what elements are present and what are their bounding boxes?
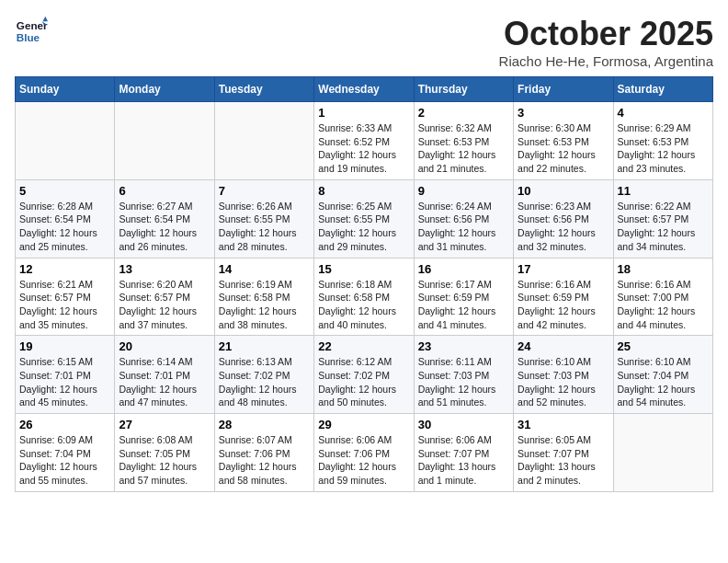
day-info: Sunrise: 6:18 AM Sunset: 6:58 PM Dayligh… bbox=[318, 278, 409, 332]
day-number: 24 bbox=[518, 339, 609, 353]
day-number: 28 bbox=[219, 418, 310, 431]
calendar-cell: 3Sunrise: 6:30 AM Sunset: 6:53 PM Daylig… bbox=[514, 102, 613, 180]
day-number: 22 bbox=[318, 339, 409, 353]
day-number: 31 bbox=[518, 418, 609, 431]
weekday-header-saturday: Saturday bbox=[613, 77, 712, 102]
calendar-cell: 14Sunrise: 6:19 AM Sunset: 6:58 PM Dayli… bbox=[214, 258, 313, 336]
calendar-cell: 28Sunrise: 6:07 AM Sunset: 7:06 PM Dayli… bbox=[214, 414, 313, 492]
calendar-cell bbox=[115, 102, 214, 180]
day-number: 8 bbox=[318, 184, 409, 198]
day-info: Sunrise: 6:16 AM Sunset: 6:59 PM Dayligh… bbox=[518, 278, 609, 332]
calendar-cell: 6Sunrise: 6:27 AM Sunset: 6:54 PM Daylig… bbox=[115, 179, 214, 258]
day-number: 12 bbox=[19, 262, 110, 276]
calendar-cell: 11Sunrise: 6:22 AM Sunset: 6:57 PM Dayli… bbox=[613, 179, 712, 258]
calendar-cell: 22Sunrise: 6:12 AM Sunset: 7:02 PM Dayli… bbox=[314, 336, 414, 414]
calendar-cell: 2Sunrise: 6:32 AM Sunset: 6:53 PM Daylig… bbox=[414, 102, 513, 180]
day-number: 29 bbox=[318, 418, 409, 431]
logo-icon: General Blue bbox=[15, 15, 48, 48]
weekday-header-sunday: Sunday bbox=[16, 77, 115, 102]
day-number: 26 bbox=[19, 418, 110, 431]
day-info: Sunrise: 6:33 AM Sunset: 6:52 PM Dayligh… bbox=[318, 121, 409, 176]
day-info: Sunrise: 6:12 AM Sunset: 7:02 PM Dayligh… bbox=[318, 355, 409, 409]
day-number: 3 bbox=[518, 106, 609, 120]
day-info: Sunrise: 6:05 AM Sunset: 7:07 PM Dayligh… bbox=[518, 433, 609, 488]
calendar-cell: 19Sunrise: 6:15 AM Sunset: 7:01 PM Dayli… bbox=[16, 336, 115, 414]
calendar-cell: 24Sunrise: 6:10 AM Sunset: 7:03 PM Dayli… bbox=[514, 336, 613, 414]
day-number: 27 bbox=[119, 418, 210, 431]
title-section: October 2025 Riacho He-He, Formosa, Arge… bbox=[499, 15, 713, 69]
day-number: 5 bbox=[19, 184, 110, 198]
day-info: Sunrise: 6:26 AM Sunset: 6:55 PM Dayligh… bbox=[219, 200, 310, 254]
calendar-week-row: 12Sunrise: 6:21 AM Sunset: 6:57 PM Dayli… bbox=[16, 258, 713, 336]
day-info: Sunrise: 6:29 AM Sunset: 6:53 PM Dayligh… bbox=[618, 121, 709, 176]
calendar-table: SundayMondayTuesdayWednesdayThursdayFrid… bbox=[15, 76, 713, 492]
day-info: Sunrise: 6:28 AM Sunset: 6:54 PM Dayligh… bbox=[19, 200, 110, 254]
day-info: Sunrise: 6:08 AM Sunset: 7:05 PM Dayligh… bbox=[119, 433, 210, 488]
day-info: Sunrise: 6:07 AM Sunset: 7:06 PM Dayligh… bbox=[219, 433, 310, 488]
calendar-cell: 1Sunrise: 6:33 AM Sunset: 6:52 PM Daylig… bbox=[314, 102, 414, 180]
day-number: 9 bbox=[418, 184, 509, 198]
weekday-header-tuesday: Tuesday bbox=[214, 77, 313, 102]
calendar-cell: 27Sunrise: 6:08 AM Sunset: 7:05 PM Dayli… bbox=[115, 414, 214, 492]
day-info: Sunrise: 6:06 AM Sunset: 7:06 PM Dayligh… bbox=[318, 433, 409, 488]
day-number: 1 bbox=[318, 106, 409, 120]
calendar-cell bbox=[613, 414, 712, 492]
day-info: Sunrise: 6:27 AM Sunset: 6:54 PM Dayligh… bbox=[119, 200, 210, 254]
calendar-week-row: 19Sunrise: 6:15 AM Sunset: 7:01 PM Dayli… bbox=[16, 336, 713, 414]
day-number: 20 bbox=[119, 339, 210, 353]
calendar-cell: 9Sunrise: 6:24 AM Sunset: 6:56 PM Daylig… bbox=[414, 179, 513, 258]
calendar-week-row: 26Sunrise: 6:09 AM Sunset: 7:04 PM Dayli… bbox=[16, 414, 713, 492]
calendar-week-row: 1Sunrise: 6:33 AM Sunset: 6:52 PM Daylig… bbox=[16, 102, 713, 180]
calendar-week-row: 5Sunrise: 6:28 AM Sunset: 6:54 PM Daylig… bbox=[16, 179, 713, 258]
calendar-cell: 13Sunrise: 6:20 AM Sunset: 6:57 PM Dayli… bbox=[115, 258, 214, 336]
calendar-cell: 23Sunrise: 6:11 AM Sunset: 7:03 PM Dayli… bbox=[414, 336, 513, 414]
day-info: Sunrise: 6:11 AM Sunset: 7:03 PM Dayligh… bbox=[418, 355, 509, 409]
day-number: 19 bbox=[19, 339, 110, 353]
day-info: Sunrise: 6:14 AM Sunset: 7:01 PM Dayligh… bbox=[119, 355, 210, 409]
day-info: Sunrise: 6:22 AM Sunset: 6:57 PM Dayligh… bbox=[618, 200, 709, 254]
day-info: Sunrise: 6:19 AM Sunset: 6:58 PM Dayligh… bbox=[219, 278, 310, 332]
day-number: 14 bbox=[219, 262, 310, 276]
calendar-cell: 12Sunrise: 6:21 AM Sunset: 6:57 PM Dayli… bbox=[16, 258, 115, 336]
day-number: 25 bbox=[618, 339, 709, 353]
location-title: Riacho He-He, Formosa, Argentina bbox=[499, 53, 713, 69]
calendar-cell: 5Sunrise: 6:28 AM Sunset: 6:54 PM Daylig… bbox=[16, 179, 115, 258]
calendar-cell: 17Sunrise: 6:16 AM Sunset: 6:59 PM Dayli… bbox=[514, 258, 613, 336]
day-info: Sunrise: 6:21 AM Sunset: 6:57 PM Dayligh… bbox=[19, 278, 110, 332]
day-info: Sunrise: 6:16 AM Sunset: 7:00 PM Dayligh… bbox=[618, 278, 709, 332]
day-number: 7 bbox=[219, 184, 310, 198]
day-number: 6 bbox=[119, 184, 210, 198]
day-info: Sunrise: 6:10 AM Sunset: 7:03 PM Dayligh… bbox=[518, 355, 609, 409]
day-number: 21 bbox=[219, 339, 310, 353]
calendar-cell: 8Sunrise: 6:25 AM Sunset: 6:55 PM Daylig… bbox=[314, 179, 414, 258]
calendar-cell: 25Sunrise: 6:10 AM Sunset: 7:04 PM Dayli… bbox=[613, 336, 712, 414]
day-number: 17 bbox=[518, 262, 609, 276]
day-number: 4 bbox=[618, 106, 709, 120]
day-info: Sunrise: 6:17 AM Sunset: 6:59 PM Dayligh… bbox=[418, 278, 509, 332]
weekday-header-thursday: Thursday bbox=[414, 77, 513, 102]
weekday-header-row: SundayMondayTuesdayWednesdayThursdayFrid… bbox=[16, 77, 713, 102]
calendar-cell bbox=[16, 102, 115, 180]
day-info: Sunrise: 6:09 AM Sunset: 7:04 PM Dayligh… bbox=[19, 433, 110, 488]
calendar-cell: 7Sunrise: 6:26 AM Sunset: 6:55 PM Daylig… bbox=[214, 179, 313, 258]
day-info: Sunrise: 6:15 AM Sunset: 7:01 PM Dayligh… bbox=[19, 355, 110, 409]
svg-text:Blue: Blue bbox=[17, 31, 40, 43]
calendar-cell: 4Sunrise: 6:29 AM Sunset: 6:53 PM Daylig… bbox=[613, 102, 712, 180]
day-number: 13 bbox=[119, 262, 210, 276]
weekday-header-friday: Friday bbox=[514, 77, 613, 102]
calendar-cell: 16Sunrise: 6:17 AM Sunset: 6:59 PM Dayli… bbox=[414, 258, 513, 336]
day-info: Sunrise: 6:25 AM Sunset: 6:55 PM Dayligh… bbox=[318, 200, 409, 254]
calendar-cell: 29Sunrise: 6:06 AM Sunset: 7:06 PM Dayli… bbox=[314, 414, 414, 492]
calendar-cell: 18Sunrise: 6:16 AM Sunset: 7:00 PM Dayli… bbox=[613, 258, 712, 336]
day-number: 18 bbox=[618, 262, 709, 276]
calendar-cell: 10Sunrise: 6:23 AM Sunset: 6:56 PM Dayli… bbox=[514, 179, 613, 258]
logo: General Blue bbox=[15, 15, 48, 48]
page-header: General Blue October 2025 Riacho He-He, … bbox=[15, 15, 713, 69]
day-number: 16 bbox=[418, 262, 509, 276]
day-number: 2 bbox=[418, 106, 509, 120]
day-info: Sunrise: 6:06 AM Sunset: 7:07 PM Dayligh… bbox=[418, 433, 509, 488]
day-info: Sunrise: 6:10 AM Sunset: 7:04 PM Dayligh… bbox=[618, 355, 709, 409]
day-info: Sunrise: 6:32 AM Sunset: 6:53 PM Dayligh… bbox=[418, 121, 509, 176]
day-number: 10 bbox=[518, 184, 609, 198]
day-number: 30 bbox=[418, 418, 509, 431]
